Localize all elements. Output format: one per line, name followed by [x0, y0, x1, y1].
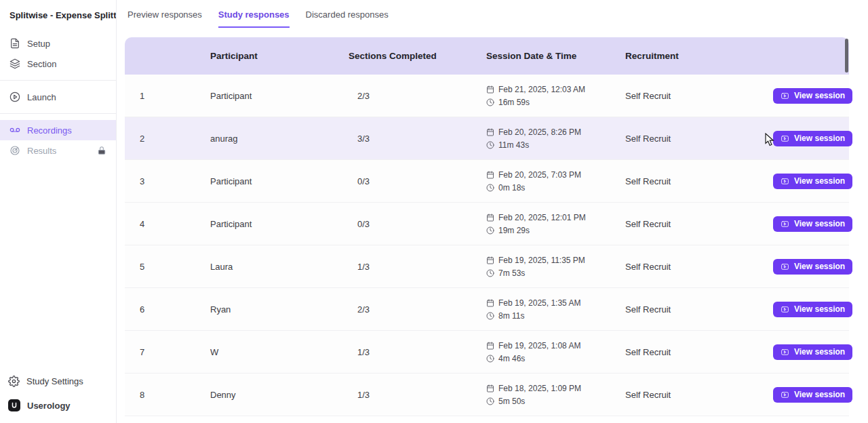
table-row[interactable]: 2 anurag 3/3 Feb 20, 2025, 8:26 PM 11m 4… — [125, 117, 849, 160]
tab-preview-responses[interactable]: Preview responses — [127, 9, 202, 28]
session-duration: 5m 50s — [498, 397, 525, 406]
view-session-button[interactable]: View session — [773, 344, 852, 360]
video-play-icon — [781, 92, 789, 100]
file-text-icon — [9, 38, 20, 49]
session-date-time: Feb 18, 2025, 1:09 PM 5m 50s — [486, 384, 625, 406]
video-play-icon — [781, 305, 789, 314]
row-index: 4 — [125, 219, 210, 229]
calendar-icon — [486, 384, 494, 392]
sidebar-divider — [0, 80, 116, 81]
table-row[interactable]: 4 Participant 0/3 Feb 20, 2025, 12:01 PM… — [125, 203, 849, 245]
recruitment-type: Self Recruit — [625, 390, 773, 400]
calendar-icon — [486, 256, 494, 264]
table-row[interactable]: 5 Laura 1/3 Feb 19, 2025, 11:35 PM 7m 53… — [125, 245, 849, 288]
participant-name: Denny — [210, 390, 349, 400]
sidebar-item-study-settings[interactable]: Study Settings — [0, 369, 116, 393]
session-duration: 4m 46s — [498, 354, 525, 363]
session-duration: 19m 29s — [498, 226, 530, 235]
recruitment-type: Self Recruit — [625, 91, 773, 101]
lock-icon — [97, 146, 106, 155]
session-date: Feb 20, 2025, 12:01 PM — [498, 213, 586, 222]
sidebar-item-setup[interactable]: Setup — [0, 33, 116, 54]
study-title: Splitwise - Expense Splittin... — [0, 0, 116, 27]
session-date-time: Feb 20, 2025, 7:03 PM 0m 18s — [486, 170, 625, 193]
clock-icon — [486, 184, 494, 192]
sidebar-item-launch[interactable]: Launch — [0, 87, 116, 107]
row-index: 3 — [125, 176, 210, 186]
footer-item-label: Study Settings — [26, 376, 83, 386]
session-date-time: Feb 19, 2025, 1:35 AM 8m 11s — [486, 298, 625, 321]
brand-label: Userology — [27, 401, 71, 411]
session-duration: 7m 53s — [498, 268, 525, 278]
table-row[interactable]: 1 Participant 2/3 Feb 21, 2025, 12:03 AM… — [125, 75, 849, 117]
view-session-button[interactable]: View session — [773, 88, 852, 104]
tab-study-responses[interactable]: Study responses — [218, 9, 290, 28]
recruitment-type: Self Recruit — [625, 304, 773, 315]
header-participant: Participant — [210, 51, 349, 61]
session-date-time: Feb 19, 2025, 1:08 AM 4m 46s — [486, 341, 625, 363]
play-circle-icon — [9, 92, 20, 102]
clock-icon — [486, 226, 494, 235]
sidebar: Splitwise - Expense Splittin... Setup Se… — [0, 0, 117, 423]
voicemail-icon — [9, 125, 20, 136]
session-duration: 16m 59s — [498, 98, 530, 107]
sections-completed: 2/3 — [349, 91, 486, 101]
sidebar-item-label: Launch — [27, 92, 56, 102]
video-play-icon — [781, 390, 789, 399]
table-row[interactable]: 3 Participant 0/3 Feb 20, 2025, 7:03 PM … — [125, 160, 849, 203]
video-play-icon — [781, 177, 789, 186]
clock-icon — [486, 141, 494, 149]
header-session-date-time: Session Date & Time — [486, 51, 625, 61]
session-date: Feb 20, 2025, 7:03 PM — [498, 170, 581, 180]
clock-icon — [486, 98, 494, 106]
session-date-time: Feb 20, 2025, 8:26 PM 11m 43s — [486, 127, 625, 150]
session-duration: 8m 11s — [498, 311, 524, 321]
mouse-cursor — [765, 133, 776, 146]
view-session-label: View session — [794, 176, 845, 186]
sections-completed: 1/3 — [349, 390, 486, 400]
clock-icon — [486, 312, 494, 320]
view-session-button[interactable]: View session — [773, 302, 852, 317]
view-session-label: View session — [794, 347, 845, 357]
video-play-icon — [781, 134, 789, 143]
calendar-icon — [486, 299, 494, 307]
tab-discarded-responses[interactable]: Discarded responses — [306, 9, 389, 28]
view-session-button[interactable]: View session — [773, 216, 852, 232]
row-index: 1 — [125, 91, 210, 101]
sections-completed: 0/3 — [349, 176, 486, 186]
session-duration: 11m 43s — [498, 140, 529, 150]
sidebar-item-label: Results — [27, 146, 56, 156]
sidebar-item-label: Recordings — [27, 125, 72, 136]
userology-logo — [8, 399, 20, 411]
sidebar-item-userology[interactable]: Userology — [0, 393, 116, 418]
sidebar-item-recordings[interactable]: Recordings — [0, 120, 116, 140]
view-session-button[interactable]: View session — [773, 131, 852, 146]
participant-name: Laura — [210, 262, 349, 272]
clock-icon — [486, 269, 494, 277]
participant-name: Participant — [210, 219, 349, 229]
sidebar-item-results[interactable]: Results — [0, 140, 116, 161]
view-session-button[interactable]: View session — [773, 174, 852, 189]
layers-icon — [9, 58, 20, 69]
session-date-time: Feb 21, 2025, 12:03 AM 16m 59s — [486, 85, 625, 107]
view-session-button[interactable]: View session — [773, 387, 852, 403]
sections-completed: 1/3 — [349, 262, 486, 272]
header-sections-completed: Sections Completed — [349, 51, 486, 61]
table-row[interactable]: 8 Denny 1/3 Feb 18, 2025, 1:09 PM 5m 50s… — [125, 374, 849, 416]
clock-icon — [486, 355, 494, 363]
participant-name: anurag — [210, 134, 349, 144]
view-session-button[interactable]: View session — [773, 259, 852, 275]
row-index: 6 — [125, 304, 210, 315]
vertical-scrollbar-thumb[interactable] — [845, 39, 848, 73]
target-icon — [9, 145, 20, 156]
table-row[interactable]: 6 Ryan 2/3 Feb 19, 2025, 1:35 AM 8m 11s … — [125, 288, 849, 331]
sidebar-item-label: Setup — [27, 39, 50, 49]
table-row[interactable]: 7 W 1/3 Feb 19, 2025, 1:08 AM 4m 46s Sel… — [125, 331, 849, 374]
recruitment-type: Self Recruit — [625, 134, 773, 144]
participant-name: W — [210, 347, 349, 357]
session-date-time: Feb 19, 2025, 11:35 PM 7m 53s — [486, 256, 625, 278]
sidebar-item-label: Section — [27, 59, 56, 69]
calendar-icon — [486, 85, 494, 94]
sidebar-item-section[interactable]: Section — [0, 54, 116, 74]
view-session-label: View session — [794, 262, 845, 271]
